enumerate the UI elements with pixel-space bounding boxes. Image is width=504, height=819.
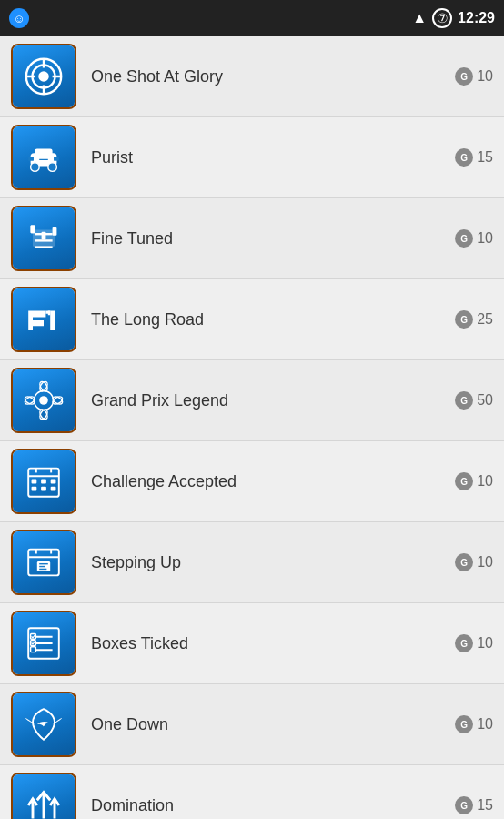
score-value: 10: [477, 716, 493, 733]
svg-point-2: [38, 71, 49, 82]
svg-point-10: [48, 163, 57, 172]
score-icon: G: [455, 229, 473, 248]
achievement-item[interactable]: One Down G 10: [0, 684, 504, 765]
score-icon: G: [455, 391, 473, 410]
signal-icon: ▲: [412, 10, 427, 26]
score-value: 25: [477, 311, 493, 328]
achievement-label: Boxes Ticked: [91, 634, 455, 653]
achievement-score: G 50: [455, 391, 493, 410]
achievement-icon-boxes-ticked: [11, 611, 76, 676]
achievement-item[interactable]: Boxes Ticked G 10: [0, 603, 504, 684]
achievement-icon-challenge-accepted: [11, 449, 76, 514]
svg-point-9: [31, 163, 40, 172]
score-value: 10: [477, 68, 493, 85]
achievement-score: G 10: [455, 472, 493, 490]
svg-rect-24: [53, 228, 57, 236]
achievement-score: G 10: [455, 229, 493, 248]
achievement-score: G 15: [455, 796, 493, 814]
achievement-score: G 15: [455, 148, 493, 167]
score-value: 15: [477, 149, 493, 166]
svg-rect-22: [31, 226, 35, 234]
svg-rect-44: [51, 487, 56, 491]
svg-point-16: [47, 152, 51, 156]
achievement-icon-grand-prix-legend: [11, 368, 76, 433]
achievement-icon-domination: [11, 773, 76, 819]
achievement-item[interactable]: The Long Road G 25: [0, 279, 504, 360]
achievement-label: Stepping Up: [91, 553, 455, 572]
score-icon: G: [455, 553, 473, 571]
icon-inner: [13, 46, 75, 107]
score-value: 10: [477, 473, 493, 490]
svg-point-14: [42, 152, 45, 156]
achievement-icon-the-long-road: [11, 287, 76, 352]
svg-point-15: [36, 152, 40, 156]
svg-rect-11: [28, 157, 34, 161]
svg-point-34: [39, 396, 48, 405]
app-status-icon: ☺: [9, 8, 29, 28]
achievement-score: G 25: [455, 310, 493, 329]
svg-rect-52: [39, 569, 46, 570]
achievement-label: Grand Prix Legend: [91, 391, 455, 410]
achievement-item[interactable]: Purist G 15: [0, 117, 504, 198]
achievement-item[interactable]: Challenge Accepted G 10: [0, 441, 504, 522]
achievement-score: G 10: [455, 634, 493, 652]
icon-inner: [13, 612, 75, 674]
icon-inner: [13, 288, 75, 350]
icon-inner: [13, 450, 75, 512]
icon-inner: [13, 207, 75, 269]
svg-rect-39: [32, 480, 37, 484]
achievement-label: Fine Tuned: [91, 229, 455, 248]
achievement-item[interactable]: Grand Prix Legend G 50: [0, 360, 504, 441]
achievement-score: G 10: [455, 715, 493, 733]
achievement-item[interactable]: One Shot At Glory G 10: [0, 36, 504, 117]
score-value: 15: [477, 797, 493, 814]
score-value: 10: [477, 635, 493, 652]
achievement-icon-one-shot-at-glory: [11, 44, 76, 109]
svg-rect-42: [32, 487, 37, 491]
achievement-icon-purist: [11, 125, 76, 190]
svg-rect-12: [54, 157, 59, 161]
achievement-label: Domination: [91, 796, 455, 815]
status-left: ☺: [9, 8, 29, 28]
status-right: ▲ ⑦ 12:29: [412, 8, 495, 28]
score-value: 10: [477, 230, 493, 247]
svg-rect-23: [42, 232, 46, 240]
score-icon: G: [455, 634, 473, 652]
score-value: 10: [477, 554, 493, 571]
battery-icon: ⑦: [432, 8, 452, 28]
achievement-item[interactable]: Fine Tuned G 10: [0, 198, 504, 279]
score-value: 50: [477, 392, 493, 409]
icon-inner: [13, 531, 75, 593]
achievement-list: One Shot At Glory G 10 Purist: [0, 36, 504, 819]
achievement-item[interactable]: Stepping Up G 10: [0, 522, 504, 603]
score-icon: G: [455, 472, 473, 490]
achievement-item[interactable]: Domination G 15: [0, 765, 504, 819]
score-icon: G: [455, 310, 473, 329]
achievement-score: G 10: [455, 553, 493, 571]
status-bar: ☺ ▲ ⑦ 12:29: [0, 0, 504, 36]
achievement-label: Purist: [91, 148, 455, 167]
icon-inner: [13, 774, 75, 819]
icon-inner: [13, 693, 75, 755]
achievement-score: G 10: [455, 67, 493, 86]
achievement-icon-fine-tuned: [11, 206, 76, 271]
svg-rect-50: [39, 563, 48, 564]
clock: 12:29: [458, 10, 495, 26]
icon-inner: [13, 369, 75, 431]
score-icon: G: [455, 715, 473, 733]
svg-rect-43: [41, 487, 46, 491]
icon-inner: [13, 126, 75, 188]
svg-rect-41: [51, 480, 56, 484]
achievement-icon-one-down: [11, 692, 76, 757]
achievement-label: The Long Road: [91, 310, 455, 329]
svg-rect-40: [41, 480, 46, 484]
achievement-label: One Down: [91, 715, 455, 734]
score-icon: G: [455, 67, 473, 86]
score-icon: G: [455, 148, 473, 167]
svg-rect-51: [39, 566, 45, 567]
achievement-label: Challenge Accepted: [91, 472, 455, 491]
score-icon: G: [455, 796, 473, 814]
achievement-icon-stepping-up: [11, 530, 76, 595]
achievement-label: One Shot At Glory: [91, 67, 455, 86]
